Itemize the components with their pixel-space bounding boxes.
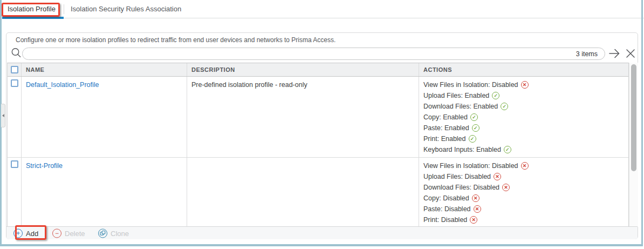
clone-icon	[98, 228, 107, 238]
select-all-cell	[8, 63, 22, 76]
profile-name-link[interactable]: Strict-Profile	[26, 162, 63, 170]
description-cell: Pre-defined isolation profile - read-onl…	[187, 77, 419, 157]
status-icon	[501, 103, 508, 110]
status-icon	[492, 92, 499, 99]
actions-list: View Files in Isolation: Disabled Upload…	[419, 77, 628, 155]
status-icon	[474, 205, 481, 213]
action-label: Paste: Enabled	[423, 124, 469, 132]
action-line: Keyboard Inputs: Enabled	[423, 144, 628, 155]
search-icon	[10, 47, 22, 59]
action-label: Keyboard Inputs: Enabled	[423, 146, 501, 153]
add-button-label: Add	[26, 229, 38, 237]
name-cell: Strict-Profile	[22, 158, 187, 227]
tab-separator	[64, 4, 64, 14]
tab-isolation-security-rules-association[interactable]: Isolation Security Rules Association	[71, 0, 181, 18]
action-line: Download Files: Enabled	[423, 101, 628, 112]
column-header-description[interactable]: DESCRIPTION	[187, 63, 419, 76]
status-icon	[470, 113, 478, 121]
column-header-actions[interactable]: ACTIONS	[419, 63, 628, 76]
action-label: Download Files: Enabled	[423, 103, 498, 110]
profile-description: Pre-defined isolation profile - read-onl…	[191, 81, 419, 89]
action-label: Print: Enabled	[423, 135, 466, 143]
tab-bar: Isolation Profile Isolation Security Rul…	[0, 0, 644, 18]
table-scrollbar-track[interactable]	[629, 63, 638, 227]
row-checkbox[interactable]	[11, 160, 18, 168]
search-input[interactable]	[23, 49, 576, 59]
action-line: Paste: Enabled	[423, 123, 628, 133]
items-count-badge: 3 items	[576, 50, 605, 58]
profile-name-link[interactable]: Default_Isolation_Profile	[26, 81, 99, 89]
column-header-name[interactable]: NAME	[22, 63, 187, 76]
action-label: Download Files: Disabled	[423, 184, 499, 191]
table-row: Default_Isolation_Profile Pre-defined is…	[8, 77, 628, 158]
status-icon	[521, 81, 529, 89]
action-label: Copy: Enabled	[423, 113, 468, 121]
sidebar-collapse-handle[interactable]	[1, 104, 5, 127]
table-row: Strict-Profile View Files in Isolation: …	[8, 158, 628, 227]
action-label: Print: Disabled	[423, 216, 467, 224]
status-icon	[494, 173, 501, 180]
actions-cell: View Files in Isolation: Disabled Upload…	[419, 158, 628, 227]
action-line: Upload Files: Enabled	[423, 90, 628, 101]
table-header-row: NAME DESCRIPTION ACTIONS	[8, 63, 628, 77]
status-icon	[472, 124, 479, 132]
actions-cell: View Files in Isolation: Disabled Upload…	[419, 77, 628, 157]
table-scrollbar-thumb[interactable]	[631, 64, 636, 171]
action-line: Copy: Enabled	[423, 112, 628, 123]
status-icon	[472, 194, 479, 202]
tab-isolation-profile[interactable]: Isolation Profile	[8, 0, 56, 18]
status-icon	[502, 184, 510, 191]
delete-button-label: Delete	[65, 229, 85, 237]
action-line: Print: Disabled	[423, 214, 628, 225]
row-select-cell	[8, 77, 22, 157]
action-label: View Files in Isolation: Disabled	[423, 81, 518, 89]
action-label: Upload Files: Disabled	[423, 173, 491, 180]
description-cell	[187, 158, 419, 227]
active-tab-underline	[2, 17, 64, 19]
action-line: View Files in Isolation: Disabled	[423, 160, 628, 171]
isolation-profile-screen: Isolation Profile Isolation Security Rul…	[0, 0, 644, 249]
status-icon	[469, 135, 476, 143]
status-icon	[504, 146, 511, 153]
action-line: Copy: Disabled	[423, 193, 628, 204]
close-icon[interactable]	[625, 48, 636, 59]
apply-filter-arrow-icon[interactable]	[607, 46, 621, 60]
isolation-profiles-panel: Configure one or more isolation profiles…	[6, 32, 638, 239]
action-line: Print: Enabled	[423, 133, 628, 144]
status-icon	[521, 162, 529, 170]
select-all-checkbox[interactable]	[11, 66, 18, 73]
action-label: Paste: Disabled	[423, 205, 471, 213]
add-button[interactable]: + Add	[13, 228, 38, 238]
window-border-right	[641, 0, 643, 246]
table-footer-toolbar: + Add − Delete Clone	[6, 226, 638, 239]
action-label: Upload Files: Enabled	[423, 92, 489, 99]
tab-bar-divider	[0, 18, 644, 18]
action-line: Paste: Disabled	[423, 204, 628, 214]
clone-button[interactable]: Clone	[98, 228, 129, 238]
actions-list: View Files in Isolation: Disabled Upload…	[419, 158, 628, 225]
search-pill: 3 items	[22, 48, 605, 60]
add-icon: +	[13, 228, 23, 238]
delete-icon: −	[52, 228, 61, 238]
profiles-table: NAME DESCRIPTION ACTIONS Default_Isolati…	[7, 63, 629, 227]
delete-button[interactable]: − Delete	[52, 228, 85, 238]
window-border-bottom	[0, 244, 643, 246]
action-line: View Files in Isolation: Disabled	[423, 79, 628, 90]
chevron-left-icon	[2, 114, 4, 117]
status-icon	[470, 216, 477, 224]
panel-intro-text: Configure one or more isolation profiles…	[16, 36, 335, 44]
row-select-cell	[8, 158, 22, 227]
row-checkbox[interactable]	[11, 79, 18, 87]
action-label: Copy: Disabled	[423, 194, 469, 202]
action-label: View Files in Isolation: Disabled	[423, 162, 518, 170]
name-cell: Default_Isolation_Profile	[22, 77, 187, 157]
action-line: Download Files: Disabled	[423, 182, 628, 193]
action-line: Upload Files: Disabled	[423, 171, 628, 182]
clone-button-label: Clone	[111, 229, 129, 237]
